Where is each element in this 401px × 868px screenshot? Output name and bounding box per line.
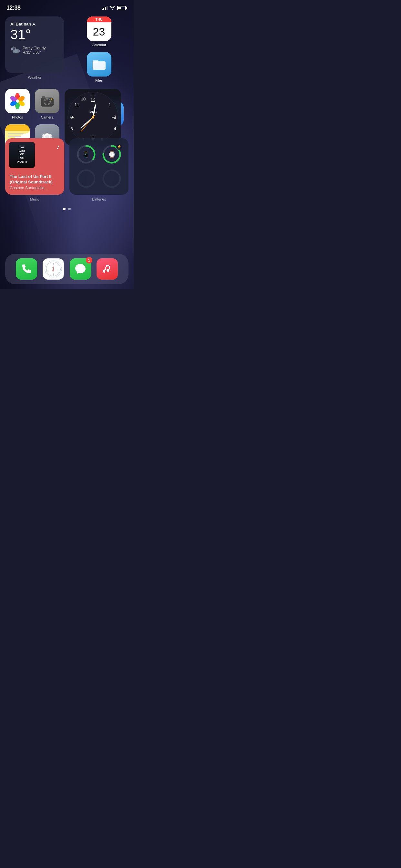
camera-icon <box>35 89 59 113</box>
music-dock-icon[interactable] <box>96 258 118 280</box>
photos-label: Photos <box>12 115 23 119</box>
weather-temp: 31° <box>10 27 59 42</box>
calendar-app[interactable]: THU 23 Calendar <box>69 17 128 47</box>
music-widget: THE LAST OF US PART II ♪ The Last of Us … <box>5 138 64 195</box>
svg-text:MUS: MUS <box>89 111 96 114</box>
weather-label: Weather <box>5 75 64 80</box>
clock-face: 12 3 6 9 1 4 5 7 8 11 10 MUS <box>67 91 119 143</box>
charging-icon: ⚡ <box>116 144 122 150</box>
svg-rect-5 <box>93 60 98 63</box>
empty-battery-3 <box>74 168 98 190</box>
status-icons <box>102 6 127 10</box>
batteries-widget: 📱 ⌚ ⚡ <box>69 138 128 195</box>
messages-badge: 1 <box>86 257 92 264</box>
clock-widget: 12 3 6 9 1 4 5 7 8 11 10 MUS <box>65 89 121 145</box>
files-label: Files <box>95 79 103 82</box>
photos-icon <box>5 89 30 113</box>
svg-text:N: N <box>53 262 54 265</box>
svg-text:W: W <box>45 268 48 270</box>
svg-point-39 <box>92 117 94 118</box>
batteries-widget-container[interactable]: 📱 ⌚ ⚡ <box>69 138 128 201</box>
music-icon <box>96 258 118 280</box>
weather-condition-row: Partly Cloudy H:31° L:30° <box>10 46 59 54</box>
music-title: The Last of Us Part II(Original Soundtra… <box>10 174 60 185</box>
music-widget-container[interactable]: THE LAST OF US PART II ♪ The Last of Us … <box>5 138 64 201</box>
svg-rect-16 <box>42 96 45 98</box>
weather-desc: Partly Cloudy H:31° L:30° <box>23 46 45 54</box>
safari-icon: N S E W <box>42 258 64 280</box>
svg-point-12 <box>16 99 19 103</box>
svg-text:S: S <box>53 274 54 276</box>
svg-text:1: 1 <box>109 102 111 107</box>
files-app[interactable]: Files <box>69 52 128 82</box>
phone-icon <box>16 258 37 280</box>
page-indicators <box>5 208 128 210</box>
svg-text:E: E <box>60 268 61 270</box>
svg-text:11: 11 <box>74 102 79 107</box>
svg-text:10: 10 <box>81 97 85 101</box>
svg-point-17 <box>51 98 52 100</box>
weather-widget[interactable]: Al Batinah 31° Partly Cloudy H:31° L:30° <box>5 17 64 82</box>
music-album-art: THE LAST OF US PART II <box>9 142 35 168</box>
calendar-icon: THU 23 <box>87 17 112 41</box>
music-note-icon: ♪ <box>56 143 60 151</box>
page-dot-2[interactable] <box>68 208 71 210</box>
files-icon <box>87 52 112 76</box>
partly-cloudy-icon <box>10 46 21 54</box>
svg-point-47 <box>78 170 95 187</box>
empty-battery-4 <box>100 168 124 190</box>
camera-app[interactable]: Camera <box>35 89 59 119</box>
right-col-1: THU 23 Calendar Files <box>69 17 128 82</box>
svg-text:4: 4 <box>114 126 116 131</box>
music-info: The Last of Us Part II(Original Soundtra… <box>10 174 60 190</box>
home-screen: Al Batinah 31° Partly Cloudy H:31° L:30° <box>0 14 134 218</box>
camera-label: Camera <box>41 115 53 119</box>
dock: N S E W 1 <box>5 254 128 284</box>
watch-battery: ⌚ ⚡ <box>100 144 124 165</box>
batteries-label: Batteries <box>69 197 128 201</box>
battery-icon <box>117 6 127 10</box>
status-bar: 12:38 <box>0 0 134 14</box>
safari-dock-icon[interactable]: N S E W <box>42 258 64 280</box>
svg-text:9: 9 <box>70 115 73 120</box>
svg-text:8: 8 <box>70 126 73 131</box>
svg-marker-0 <box>32 23 35 26</box>
page-dot-1[interactable] <box>63 208 66 210</box>
status-time: 12:38 <box>6 4 21 11</box>
phone-dock-icon[interactable] <box>16 258 37 280</box>
music-artist: Gustavo Santaolalla... <box>10 186 60 190</box>
row-1: Al Batinah 31° Partly Cloudy H:31° L:30° <box>5 17 128 82</box>
svg-point-3 <box>12 50 18 53</box>
wifi-icon <box>110 6 115 10</box>
svg-text:12: 12 <box>90 97 96 103</box>
iphone-battery: 📱 <box>74 144 98 165</box>
messages-dock-icon[interactable]: 1 <box>70 258 91 280</box>
photos-app[interactable]: Photos <box>5 89 30 119</box>
svg-text:3: 3 <box>114 115 116 120</box>
weather-location: Al Batinah <box>10 22 59 27</box>
calendar-label: Calendar <box>92 43 106 47</box>
music-label: Music <box>5 197 64 201</box>
signal-icon <box>102 6 107 10</box>
svg-point-48 <box>103 170 120 187</box>
